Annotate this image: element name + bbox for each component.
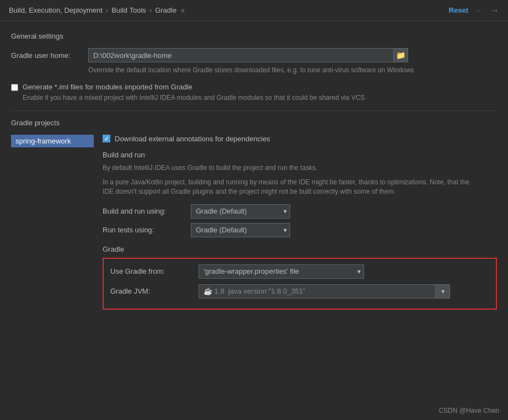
run-tests-wrapper: Gradle (Default) IntelliJ IDEA — [191, 223, 290, 237]
build-run-using-label: Build and run using: — [103, 207, 191, 215]
footer-text: CSDN @Have Chen — [439, 407, 499, 414]
footer: CSDN @Have Chen — [439, 407, 499, 414]
nav-forward-button[interactable]: → — [490, 6, 499, 15]
general-settings-title: General settings — [11, 32, 497, 40]
gradle-user-home-row: Gradle user home: 📁 — [11, 48, 497, 62]
breadcrumb-sep2: › — [149, 6, 152, 14]
nav-back-button[interactable]: ← — [475, 6, 484, 15]
project-settings: Download external annotations for depend… — [94, 135, 497, 310]
use-gradle-from-label: Use Gradle from: — [110, 267, 199, 275]
gradle-subsection-title: Gradle — [103, 245, 497, 253]
section-divider — [11, 110, 497, 111]
use-gradle-from-row: Use Gradle from: 'gradle-wrapper.propert… — [110, 264, 489, 279]
gradle-jvm-input[interactable] — [199, 284, 436, 299]
projects-section: spring-framework Download external annot… — [11, 135, 497, 310]
breadcrumb: Build, Execution, Deployment › Build Too… — [9, 6, 185, 14]
use-gradle-from-wrapper: 'gradle-wrapper.properties' file Specifi… — [199, 264, 364, 279]
project-item-spring[interactable]: spring-framework — [11, 135, 94, 147]
gradle-jvm-label: Gradle JVM: — [110, 287, 199, 295]
gradle-user-home-label: Gradle user home: — [11, 51, 88, 60]
gradle-projects-section: Gradle projects spring-framework Downloa… — [11, 119, 497, 310]
run-tests-row: Run tests using: Gradle (Default) Intell… — [103, 223, 497, 237]
gradle-subsection: Gradle Use Gradle from: 'gradle-wrapper.… — [103, 245, 497, 310]
build-run-using-select[interactable]: Gradle (Default) IntelliJ IDEA — [191, 204, 290, 219]
build-and-run-title: Build and run — [103, 151, 497, 159]
build-and-run-hint2: In a pure Java/Kotlin project, building … — [103, 178, 478, 196]
main-content: General settings Gradle user home: 📁 Ove… — [0, 21, 508, 321]
generate-iml-row: Generate *.iml files for modules importe… — [11, 83, 497, 91]
gradle-projects-title: Gradle projects — [11, 119, 497, 127]
settings-menu-icon[interactable]: ≡ — [181, 7, 184, 14]
breadcrumb-sep1: › — [106, 6, 108, 14]
gradle-user-home-hint: Override the default location where Grad… — [88, 66, 430, 75]
general-settings-section: General settings Gradle user home: 📁 Ove… — [11, 32, 497, 103]
gradle-jvm-row: Gradle JVM: ▾ — [110, 284, 489, 299]
build-and-run-hint1: By default IntelliJ IDEA uses Gradle to … — [103, 163, 478, 173]
download-annotations-label: Download external annotations for depend… — [115, 135, 270, 143]
gradle-user-home-input[interactable] — [88, 48, 394, 62]
generate-iml-hint: Enable if you have a mixed project with … — [23, 93, 420, 103]
generate-iml-checkbox[interactable] — [11, 84, 18, 91]
build-and-run-section: Build and run By default IntelliJ IDEA u… — [103, 151, 497, 237]
gradle-jvm-dropdown-btn[interactable]: ▾ — [436, 284, 450, 299]
gradle-highlighted-box: Use Gradle from: 'gradle-wrapper.propert… — [103, 258, 497, 310]
run-tests-label: Run tests using: — [103, 226, 191, 234]
header-bar: Build, Execution, Deployment › Build Too… — [0, 0, 508, 21]
breadcrumb-part1: Build, Execution, Deployment — [9, 6, 103, 14]
header-actions: Reset ← → — [449, 6, 499, 15]
gradle-user-home-input-container: 📁 — [88, 48, 408, 62]
use-gradle-from-select[interactable]: 'gradle-wrapper.properties' file Specifi… — [199, 264, 364, 279]
project-list: spring-framework — [11, 135, 94, 310]
build-run-using-wrapper: Gradle (Default) IntelliJ IDEA — [191, 204, 290, 219]
run-tests-select[interactable]: Gradle (Default) IntelliJ IDEA — [191, 223, 290, 237]
download-annotations-row: Download external annotations for depend… — [103, 135, 497, 143]
reset-button[interactable]: Reset — [449, 6, 468, 14]
download-annotations-checkbox[interactable] — [103, 135, 110, 142]
generate-iml-label: Generate *.iml files for modules importe… — [23, 83, 192, 91]
browse-button[interactable]: 📁 — [394, 48, 408, 62]
build-run-using-row: Build and run using: Gradle (Default) In… — [103, 204, 497, 219]
gradle-jvm-wrapper: ▾ — [199, 284, 450, 299]
breadcrumb-part2: Build Tools — [111, 6, 146, 14]
breadcrumb-part3: Gradle — [155, 6, 177, 14]
